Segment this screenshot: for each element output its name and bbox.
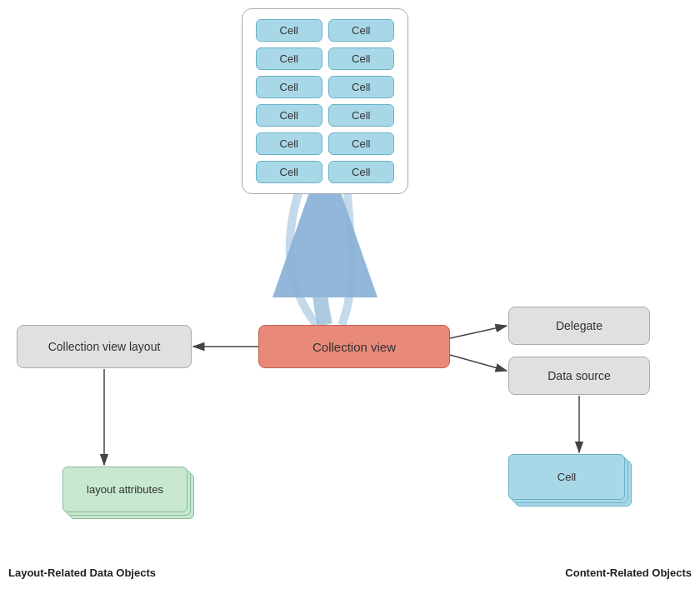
cell-item: Cell <box>256 104 322 127</box>
cell-attrs-container: Cell <box>508 454 625 504</box>
diagram-container: Cell Cell Cell Cell Cell Cell Cell Cell … <box>0 0 700 589</box>
cell-label: Cell <box>558 471 576 483</box>
cell-item: Cell <box>256 132 322 155</box>
layout-box-label: Collection view layout <box>48 340 161 353</box>
layout-attrs-container: layout attributes <box>62 467 188 517</box>
cell-item: Cell <box>256 19 322 42</box>
cell-item: Cell <box>328 132 395 155</box>
cell-item: Cell <box>256 76 322 98</box>
datasource-box: Data source <box>508 357 650 395</box>
cell-item: Cell <box>328 47 395 70</box>
cell-item: Cell <box>256 47 322 70</box>
delegate-label: Delegate <box>556 319 602 332</box>
datasource-label: Data source <box>548 369 610 382</box>
cell-item: Cell <box>328 19 395 42</box>
svg-line-5 <box>450 355 507 371</box>
layout-attrs-front: layout attributes <box>62 467 188 512</box>
svg-line-4 <box>450 326 507 338</box>
bottom-label-left: Layout-Related Data Objects <box>8 567 156 579</box>
bottom-label-right: Content-Related Objects <box>565 567 692 579</box>
collection-view-box: Collection view <box>258 325 450 368</box>
cell-item: Cell <box>328 104 395 127</box>
cell-item: Cell <box>328 76 395 98</box>
delegate-box: Delegate <box>508 307 650 345</box>
collection-view-label: Collection view <box>312 340 396 354</box>
cell-item: Cell <box>256 161 322 183</box>
collection-grid: Cell Cell Cell Cell Cell Cell Cell Cell … <box>242 8 408 194</box>
layout-box: Collection view layout <box>17 325 192 368</box>
cell-item: Cell <box>328 161 395 183</box>
layout-attrs-label: layout attributes <box>87 483 163 496</box>
cell-attrs-front: Cell <box>508 454 625 500</box>
